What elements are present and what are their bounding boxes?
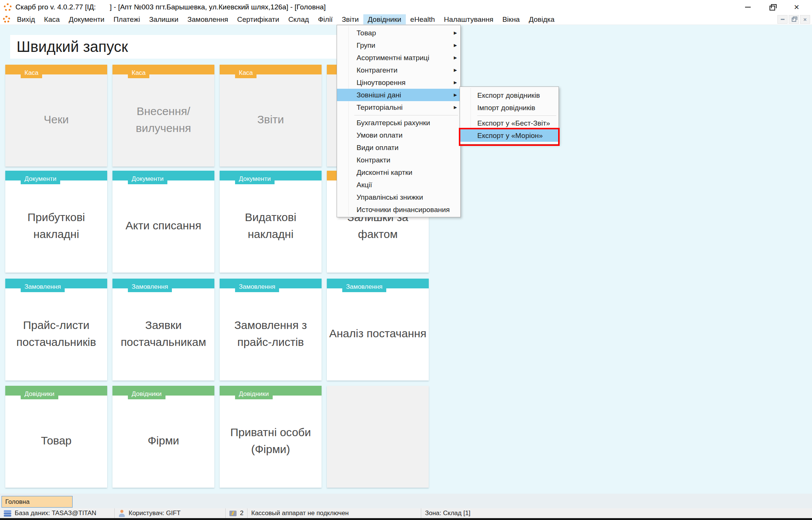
tile-label: Акти списання <box>115 180 212 270</box>
menu-item-label: Контракти <box>357 156 390 164</box>
menubar-item-сертифікати[interactable]: Сертифікати <box>233 14 284 24</box>
tile-label: Прайс-листи постачальників <box>8 288 105 378</box>
menu-item-бухгалтерські-рахунки[interactable]: Бухгалтерські рахунки <box>337 117 460 129</box>
tile-товар[interactable]: ДовідникиТовар <box>5 386 107 488</box>
menubar-item-замовлення[interactable]: Замовлення <box>183 14 232 24</box>
menubar-item-вихід[interactable]: Вихід <box>12 14 39 24</box>
tile-чеки[interactable]: КасаЧеки <box>5 65 107 167</box>
tile-label: Товар <box>8 396 105 485</box>
submenu-arrow-icon: ▶ <box>454 80 457 85</box>
tile-фірми[interactable]: ДовідникиФірми <box>112 386 214 488</box>
menu-item-асортиментні-матриці[interactable]: Асортиментні матриці▶ <box>337 52 460 64</box>
menu-item-зовнішні-дані[interactable]: Зовнішні дані▶ <box>337 89 460 101</box>
status-bar: База даних: TASAЗ@TITAN Користувач: GIFT… <box>0 508 812 518</box>
tile-label: Внесення/вилучення <box>115 74 212 164</box>
submenu-item-імпорт-довідників[interactable]: Імпорт довідників <box>460 102 559 114</box>
device-count: 2 <box>240 509 243 517</box>
main-area: Швидкий запуск КасаЧекиКасаВнесення/вилу… <box>0 25 812 494</box>
menu-item-контрагенти[interactable]: Контрагенти▶ <box>337 64 460 76</box>
menubar-item-налаштування[interactable]: Налаштування <box>439 14 498 24</box>
menu-item-label: Управлінські знижки <box>357 193 423 202</box>
menu-item-label: Види оплати <box>357 144 399 152</box>
menu-item-label: Умови оплати <box>357 131 402 139</box>
app-logo-icon-small <box>3 16 10 23</box>
window-title: Скарб pro v. 4.0.2.77 [ІД: ] - [Апт №003… <box>15 3 326 11</box>
tile-прибуткові-накладні[interactable]: ДокументиПрибуткові накладні <box>5 171 107 273</box>
menu-item-територіальні[interactable]: Територіальні▶ <box>337 101 460 114</box>
menu-item-ціноутворення[interactable]: Ціноутворення▶ <box>337 76 460 89</box>
menu-item-види-оплати[interactable]: Види оплати <box>337 141 460 154</box>
database-icon <box>4 510 11 517</box>
mdi-close-button[interactable]: × <box>800 15 810 24</box>
tile-акти-списання[interactable]: ДокументиАкти списання <box>112 171 214 273</box>
close-icon: × <box>794 4 799 11</box>
user-label: Користувач: GIFT <box>129 509 181 517</box>
menu-item-дисконтні-картки[interactable]: Дисконтні картки <box>337 166 460 179</box>
app-logo-icon <box>4 3 12 11</box>
tile-empty <box>327 386 429 488</box>
menubar-item-філії[interactable]: Філії <box>313 14 337 24</box>
submenu-arrow-icon: ▶ <box>454 92 457 97</box>
tile-заявки-постачальникам[interactable]: ЗамовленняЗаявки постачальникам <box>112 279 214 381</box>
mdi-restore-button[interactable] <box>789 15 799 24</box>
menubar-item-вікна[interactable]: Вікна <box>498 14 524 24</box>
mdi-restore-icon <box>792 18 796 22</box>
menubar-item-склад[interactable]: Склад <box>284 14 313 24</box>
menubar-item-довідники[interactable]: Довідники <box>363 14 406 24</box>
tile-label: Чеки <box>8 74 105 164</box>
menu-item-label: Асортиментні матриці <box>357 54 429 62</box>
app-window: Скарб pro v. 4.0.2.77 [ІД: ] - [Апт №003… <box>0 0 812 520</box>
menu-separator <box>354 115 458 115</box>
menubar-item-залишки[interactable]: Залишки <box>144 14 183 24</box>
submenu-item-експорт-у-моріон-[interactable]: Експорт у «Моріон» <box>460 129 559 142</box>
tile-приватні-особи-фірми-[interactable]: ДовідникиПриватні особи (Фірми) <box>220 386 322 488</box>
tile-label: Заявки постачальникам <box>115 288 212 378</box>
mdi-close-icon: × <box>803 16 807 23</box>
mdi-minimize-button[interactable] <box>777 15 788 24</box>
tile-аналіз-постачання[interactable]: ЗамовленняАналіз постачання <box>327 279 429 381</box>
cash-register-icon <box>229 511 237 516</box>
tile-видаткові-накладні[interactable]: ДокументиВидаткові накладні <box>220 171 322 273</box>
submenu-item-експорт-у-бест-звіт-[interactable]: Експорт у «Бест-Звіт» <box>460 117 559 129</box>
tile-прайс-листи-постачальників[interactable]: ЗамовленняПрайс-листи постачальників <box>5 279 107 381</box>
menu-item-источники-финансирования[interactable]: Источники финансирования <box>337 203 460 216</box>
minimize-button[interactable] <box>744 4 751 11</box>
tile-внесення-вилучення[interactable]: КасаВнесення/вилучення <box>112 65 214 167</box>
menubar-item-каса[interactable]: Каса <box>39 14 64 24</box>
restore-button[interactable] <box>769 4 776 11</box>
tile-замовлення-з-прайс-листів[interactable]: ЗамовленняЗамовлення з прайс-листів <box>220 279 322 381</box>
tab-holovna[interactable]: Головна <box>2 496 73 508</box>
menu-item-групи[interactable]: Групи▶ <box>337 39 460 52</box>
menu-item-label: Контрагенти <box>357 66 398 74</box>
menubar-item-платежі[interactable]: Платежі <box>109 14 145 24</box>
statusbar-zone-section: Зона: Склад [1] <box>421 508 812 518</box>
submenu-arrow-icon: ▶ <box>454 30 457 35</box>
menu-item-label: Дисконтні картки <box>357 168 412 177</box>
tile-звіти[interactable]: КасаЗвіти <box>220 65 322 167</box>
menu-item-управлінські-знижки[interactable]: Управлінські знижки <box>337 191 460 203</box>
statusbar-device-section: 2 <box>226 508 247 518</box>
submenu-arrow-icon: ▶ <box>454 55 457 60</box>
menubar-item-довідка[interactable]: Довідка <box>524 14 559 24</box>
menu-item-label: Товар <box>357 29 376 37</box>
menu-item-товар[interactable]: Товар▶ <box>337 27 460 39</box>
mdi-window-controls: × <box>777 15 812 24</box>
zone-label: Зона: Склад [1] <box>425 509 471 517</box>
statusbar-cash-section: Кассовый аппарат не подключен <box>247 508 421 518</box>
menu-item-label: Групи <box>357 41 375 50</box>
menu-item-label: Експорт у «Моріон» <box>477 132 543 140</box>
quick-launch-header: Швидкий запуск <box>10 35 337 59</box>
menu-item-label: Акції <box>357 181 372 189</box>
submenu-arrow-icon: ▶ <box>454 43 457 48</box>
menu-item-контракти[interactable]: Контракти <box>337 154 460 166</box>
restore-icon <box>770 6 775 11</box>
menubar-item-документи[interactable]: Документи <box>64 14 109 24</box>
menubar-item-ehealth[interactable]: eHealth <box>406 14 440 24</box>
menu-item-label: Источники финансирования <box>357 206 450 214</box>
close-button[interactable]: × <box>793 4 800 11</box>
menu-item-label: Ціноутворення <box>357 79 405 87</box>
menubar-item-звіти[interactable]: Звіти <box>337 14 363 24</box>
submenu-item-експорт-довідників[interactable]: Експорт довідників <box>460 89 559 102</box>
menu-item-акції[interactable]: Акції <box>337 179 460 191</box>
menu-item-умови-оплати[interactable]: Умови оплати <box>337 129 460 141</box>
